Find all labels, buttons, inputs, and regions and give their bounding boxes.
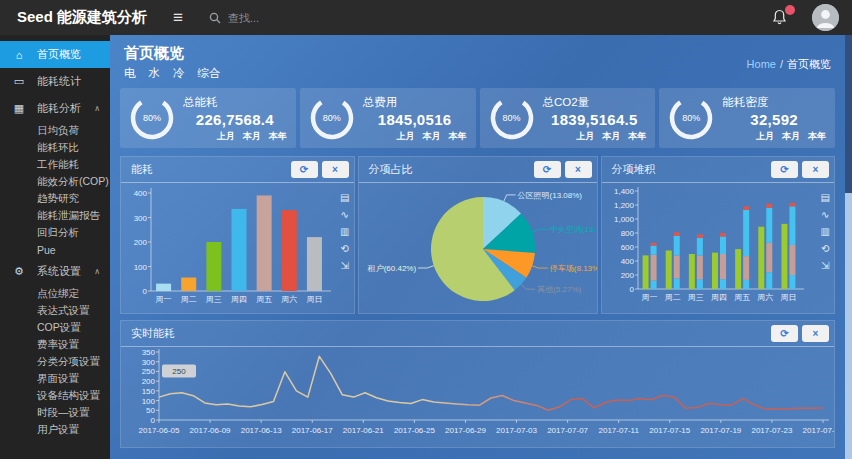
link-last-month[interactable]: 上月 [217, 130, 235, 143]
sidebar-item-system-settings[interactable]: ⚙ 系统设置 ∧ [0, 258, 110, 285]
svg-text:0: 0 [629, 285, 634, 294]
svg-text:400: 400 [620, 257, 634, 266]
tab-comprehensive[interactable]: 综合 [198, 66, 221, 81]
refresh-button[interactable]: ⟳ [771, 161, 798, 178]
svg-text:周五: 周五 [256, 295, 272, 304]
svg-text:周一: 周一 [641, 293, 657, 302]
tab-electric[interactable]: 电 [124, 66, 136, 81]
svg-text:2017-06-13: 2017-06-13 [241, 426, 282, 435]
axis-pointer-label: 250 [162, 364, 196, 377]
restore-icon[interactable]: ⟲ [340, 244, 349, 254]
link-last-month[interactable]: 上月 [756, 130, 774, 143]
sidebar-item-regression[interactable]: 回归分析 [0, 224, 110, 241]
panel-stacked: 分项堆积 ⟳ × 02004006008001,0001,2001,400周一周… [601, 156, 836, 314]
kpi-value: 1845,0516 [363, 111, 467, 128]
line-chart-icon[interactable]: ∿ [821, 210, 830, 220]
tab-cooling[interactable]: 冷 [173, 66, 185, 81]
hamburger-menu-icon[interactable]: ≡ [173, 9, 183, 26]
svg-text:周日: 周日 [780, 293, 796, 302]
sidebar-item-period-settings[interactable]: 时段—设置 [0, 404, 110, 421]
kpi-card-total-co2: 80% 总CO2量 1839,5164.5 上月本月本年 [480, 88, 656, 148]
sidebar-item-point-binding[interactable]: 点位绑定 [0, 285, 110, 302]
svg-text:中央空调(13.10%): 中央空调(13.10%) [549, 225, 596, 234]
scrollbar-thumb[interactable] [845, 193, 852, 459]
sidebar-item-energy-mom[interactable]: 能耗环比 [0, 139, 110, 156]
link-this-year[interactable]: 本年 [449, 130, 467, 143]
svg-text:250: 250 [172, 367, 186, 376]
home-icon: ⌂ [12, 49, 26, 61]
search-box[interactable] [209, 12, 338, 24]
panel-share-pie: 分项占比 ⟳ × 公区照明(13.08%)中央空调(13.10%)停车场(8.1… [358, 156, 598, 314]
link-this-year[interactable]: 本年 [628, 130, 646, 143]
link-last-month[interactable]: 上月 [397, 130, 415, 143]
sidebar-item-category-settings[interactable]: 分类分项设置 [0, 353, 110, 370]
user-avatar[interactable] [812, 4, 839, 31]
sidebar-item-ui-settings[interactable]: 界面设置 [0, 370, 110, 387]
page-scrollbar[interactable] [845, 35, 852, 459]
search-input[interactable] [228, 12, 338, 24]
data-view-icon[interactable]: ▤ [821, 193, 830, 203]
tab-water[interactable]: 水 [149, 66, 161, 81]
link-this-year[interactable]: 本年 [269, 130, 287, 143]
download-icon[interactable]: ⇲ [340, 261, 349, 271]
gear-icon: ⚙ [12, 265, 26, 278]
refresh-button[interactable]: ⟳ [291, 161, 318, 178]
svg-text:周六: 周六 [281, 295, 297, 304]
sidebar-item-energy-analysis[interactable]: ▦ 能耗分析 ∧ [0, 95, 110, 122]
panel-title: 能耗 [131, 162, 153, 177]
close-button[interactable]: × [322, 161, 349, 178]
close-button[interactable]: × [802, 161, 829, 178]
kpi-card-total-cost: 80% 总费用 1845,0516 上月本月本年 [300, 88, 476, 148]
link-this-year[interactable]: 本年 [808, 130, 826, 143]
download-icon[interactable]: ⇲ [821, 261, 830, 271]
line-chart-icon[interactable]: ∿ [340, 210, 349, 220]
breadcrumb: Home/首页概览 [747, 57, 831, 72]
link-last-month[interactable]: 上月 [576, 130, 594, 143]
svg-text:300: 300 [134, 214, 148, 223]
svg-text:2017-07-07: 2017-07-07 [547, 426, 588, 435]
svg-text:周四: 周四 [711, 293, 727, 302]
data-view-icon[interactable]: ▤ [340, 193, 349, 203]
sidebar-item-daily-load[interactable]: 日均负荷 [0, 122, 110, 139]
kpi-title: 能耗密度 [722, 93, 826, 110]
kpi-title: 总费用 [363, 93, 467, 110]
svg-text:350: 350 [142, 348, 156, 357]
kpi-row: 80% 总能耗 226,7568.4 上月本月本年 80% 总费用 1845,0… [110, 88, 845, 148]
svg-text:公区照明(13.08%): 公区照明(13.08%) [517, 191, 582, 200]
sidebar-item-trend-research[interactable]: 趋势研究 [0, 190, 110, 207]
sidebar-item-pue[interactable]: Pue [0, 241, 110, 258]
sidebar-item-device-structure[interactable]: 设备结构设置 [0, 387, 110, 404]
grid-icon: ▦ [12, 102, 26, 115]
breadcrumb-home-link[interactable]: Home [747, 58, 776, 70]
bar-chart-icon[interactable]: ▥ [340, 227, 349, 237]
refresh-button[interactable]: ⟳ [534, 161, 561, 178]
svg-text:200: 200 [142, 377, 156, 386]
sidebar-item-rate-settings[interactable]: 费率设置 [0, 336, 110, 353]
svg-text:800: 800 [620, 229, 634, 238]
svg-text:200: 200 [620, 271, 634, 280]
svg-text:300: 300 [142, 358, 156, 367]
sidebar-item-user-settings[interactable]: 用户设置 [0, 421, 110, 438]
sidebar-item-expression-settings[interactable]: 表达式设置 [0, 302, 110, 319]
close-button[interactable]: × [565, 161, 592, 178]
sidebar-item-cop-settings[interactable]: COP设置 [0, 319, 110, 336]
sidebar-item-energy-statistics[interactable]: ▭ 能耗统计 [0, 68, 110, 95]
sidebar-item-cop-analysis[interactable]: 能效分析(COP) [0, 173, 110, 190]
bar-chart-icon[interactable]: ▥ [821, 227, 830, 237]
kpi-card-total-energy: 80% 总能耗 226,7568.4 上月本月本年 [120, 88, 296, 148]
svg-text:100: 100 [142, 397, 156, 406]
restore-icon[interactable]: ⟲ [821, 244, 830, 254]
link-this-month[interactable]: 本月 [602, 130, 620, 143]
svg-text:2017-07-11: 2017-07-11 [599, 426, 640, 435]
sidebar-item-home-overview[interactable]: ⌂ 首页概览 [0, 41, 110, 68]
link-this-month[interactable]: 本月 [243, 130, 261, 143]
link-this-month[interactable]: 本月 [782, 130, 800, 143]
refresh-button[interactable]: ⟳ [771, 325, 798, 342]
sidebar-item-leak-report[interactable]: 能耗泄漏报告 [0, 207, 110, 224]
link-this-month[interactable]: 本月 [423, 130, 441, 143]
close-button[interactable]: × [802, 325, 829, 342]
kpi-value: 32,592 [722, 111, 826, 128]
svg-text:2017-06-21: 2017-06-21 [343, 426, 384, 435]
notifications-button[interactable] [772, 9, 788, 27]
sidebar-item-work-energy[interactable]: 工作能耗 [0, 156, 110, 173]
